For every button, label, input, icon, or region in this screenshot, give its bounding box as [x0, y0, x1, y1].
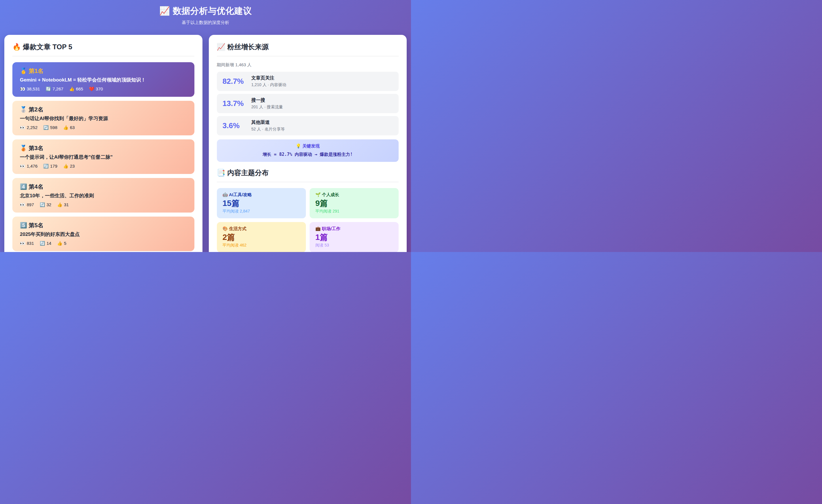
stat-value: 598 [50, 125, 57, 130]
rank-label: 🥈 第2名 [20, 106, 187, 113]
stat-value: 7,267 [52, 86, 63, 91]
article-stats: 👀897 🔄32 👍31 [20, 202, 187, 207]
page-title: 📈 数据分析与优化建议 [0, 6, 411, 16]
insight-text: 增长 = 82.7% 内容驱动 → 爆款是涨粉主力! [222, 152, 394, 157]
topic-sub: 平均阅读 291 [315, 209, 393, 214]
stat-value: 831 [27, 241, 34, 246]
stat-icon: 👍 [69, 86, 75, 91]
stat-icon: 🔄 [43, 163, 49, 168]
stat-item: 🔄7,267 [46, 86, 63, 92]
key-insight-box: 💡 关键发现 增长 = 82.7% 内容驱动 → 爆款是涨粉主力! [217, 139, 399, 162]
rank-item: 🥈 第2名 一句话让AI帮你找到「最好的」学习资源 👀2,252 🔄598 👍6… [12, 101, 194, 135]
stat-value: 32 [46, 202, 51, 207]
article-stats: 👀2,252 🔄598 👍63 [20, 125, 187, 130]
stat-icon: 👍 [57, 241, 62, 246]
growth-title: 📈 粉丝增长来源 [217, 42, 399, 56]
stat-item: 👍665 [69, 86, 83, 92]
topics-grid: 🤖 AI工具/攻略 15篇 平均阅读 2,847 🌱 个人成长 9篇 平均阅读 … [217, 188, 399, 252]
growth-source-list: 82.7% 文章页关注 1,210 人 · 内容驱动 13.7% 搜一搜 201… [217, 72, 399, 135]
growth-source-row: 13.7% 搜一搜 201 人 · 搜索流量 [217, 94, 399, 113]
article-stats: 👀831 🔄14 👍5 [20, 241, 187, 246]
stat-icon: 🔄 [43, 125, 49, 130]
stat-value: 370 [96, 86, 103, 91]
stat-item: 👀831 [20, 241, 34, 246]
stat-item: 🔄32 [40, 202, 51, 207]
topic-label: 🎨 生活方式 [223, 226, 300, 231]
topic-sub: 阅读 53 [315, 243, 393, 248]
stat-item: 👀38,531 [20, 86, 40, 92]
stat-icon: 👀 [20, 125, 25, 130]
source-name: 其他渠道 [252, 119, 285, 125]
stat-icon: 👀 [20, 163, 25, 168]
source-detail: 1,210 人 · 内容驱动 [252, 82, 286, 87]
rank-label: 🥉 第3名 [20, 144, 187, 151]
stat-value: 665 [76, 86, 83, 91]
stat-icon: 👀 [20, 86, 25, 91]
rank-item: 5️⃣ 第5名 2025年买到的好东西大盘点 👀831 🔄14 👍5 [12, 216, 194, 251]
stat-icon: 👍 [57, 202, 62, 207]
topics-title: 📑 内容主题分布 [217, 168, 399, 182]
stat-value: 897 [27, 202, 34, 207]
stat-item: 👍63 [63, 125, 75, 130]
top-articles-title: 🔥 爆款文章 TOP 5 [12, 42, 194, 56]
article-title: 北京10年，一些生活、工作的准则 [20, 193, 187, 199]
rank-item: 🥉 第3名 一个提示词，让AI帮你打通思考"任督二脉" 👀1,476 🔄179 … [12, 139, 194, 174]
growth-source-row: 3.6% 其他渠道 52 人 · 名片分享等 [217, 116, 399, 135]
stat-item: ❤️370 [89, 86, 103, 92]
stat-item: 🔄598 [43, 125, 57, 130]
stat-value: 1,476 [27, 163, 38, 168]
stat-icon: 🔄 [46, 86, 51, 91]
stat-item: 👍5 [57, 241, 66, 246]
topic-count: 2篇 [223, 233, 300, 241]
topic-label: 🌱 个人成长 [315, 192, 393, 197]
stat-icon: 👍 [63, 125, 68, 130]
source-percent: 3.6% [223, 121, 246, 130]
source-percent: 82.7% [223, 77, 246, 86]
source-detail: 52 人 · 名片分享等 [252, 127, 285, 132]
topic-box: 💼 职场/工作 1篇 阅读 53 [310, 222, 399, 252]
stat-item: 👍31 [57, 202, 68, 207]
stat-item: 👀1,476 [20, 163, 37, 169]
stat-item: 👀2,252 [20, 125, 37, 130]
article-title: 2025年买到的好东西大盘点 [20, 231, 187, 237]
source-detail: 201 人 · 搜索流量 [252, 104, 283, 110]
topic-label: 💼 职场/工作 [315, 226, 393, 231]
rank-list: 🥇 第1名 Gemini + NotebookLM = 轻松学会任何领域的顶级知… [12, 62, 194, 251]
rank-label: 🥇 第1名 [20, 67, 187, 74]
stat-icon: ❤️ [89, 86, 94, 91]
topic-sub: 平均阅读 2,847 [223, 209, 300, 214]
topic-count: 1篇 [315, 233, 393, 241]
stat-value: 63 [70, 125, 75, 130]
source-info: 其他渠道 52 人 · 名片分享等 [252, 119, 285, 132]
source-info: 文章页关注 1,210 人 · 内容驱动 [252, 75, 286, 87]
source-percent: 13.7% [223, 99, 246, 108]
stat-item: 👍23 [63, 163, 75, 169]
article-title: 一个提示词，让AI帮你打通思考"任督二脉" [20, 154, 187, 160]
stat-item: 🔄14 [40, 241, 51, 246]
stat-icon: 👍 [63, 163, 68, 168]
stat-item: 👀897 [20, 202, 34, 207]
stat-value: 179 [50, 163, 57, 168]
cards-row: 🔥 爆款文章 TOP 5 🥇 第1名 Gemini + NotebookLM =… [0, 35, 411, 252]
topic-count: 15篇 [223, 199, 300, 208]
stat-icon: 👀 [20, 241, 25, 246]
stat-icon: 🔄 [40, 241, 45, 246]
rank-label: 5️⃣ 第5名 [20, 222, 187, 229]
article-stats: 👀38,531 🔄7,267 👍665 ❤️370 [20, 86, 187, 92]
rank-label: 4️⃣ 第4名 [20, 183, 187, 190]
insight-title: 💡 关键发现 [222, 143, 394, 149]
rank-item: 🥇 第1名 Gemini + NotebookLM = 轻松学会任何领域的顶级知… [12, 62, 194, 97]
topic-box: 🎨 生活方式 2篇 平均阅读 462 [217, 222, 306, 252]
topic-sub: 平均阅读 462 [223, 243, 300, 248]
stat-item: 🔄179 [43, 163, 57, 169]
stat-value: 38,531 [27, 86, 40, 91]
source-info: 搜一搜 201 人 · 搜索流量 [252, 97, 283, 110]
stat-value: 31 [64, 202, 69, 207]
article-stats: 👀1,476 🔄179 👍23 [20, 163, 187, 169]
topic-count: 9篇 [315, 199, 393, 208]
stat-value: 5 [64, 241, 66, 246]
topic-box: 🤖 AI工具/攻略 15篇 平均阅读 2,847 [217, 188, 306, 218]
stat-value: 2,252 [27, 125, 38, 130]
page-subtitle: 基于以上数据的深度分析 [0, 20, 411, 25]
source-name: 搜一搜 [252, 97, 283, 103]
